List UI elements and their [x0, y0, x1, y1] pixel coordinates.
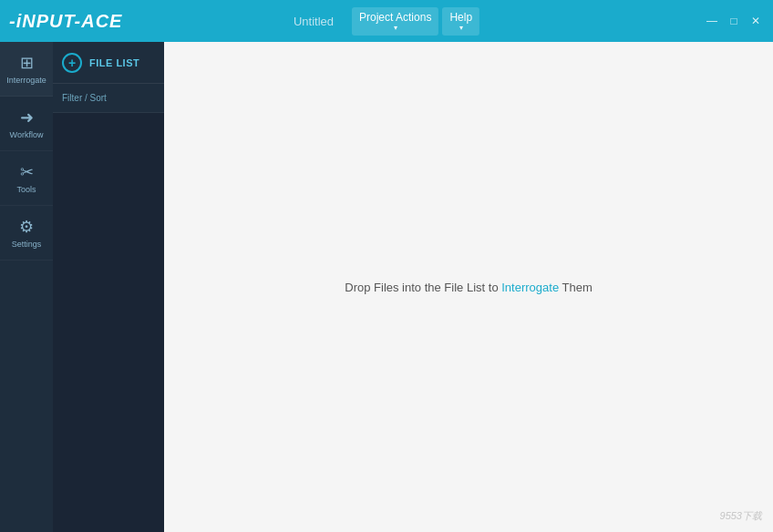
file-list-title: FILE LIST — [89, 57, 139, 68]
sidebar-item-workflow[interactable]: ➜ Workflow — [0, 97, 53, 151]
sidebar-item-tools[interactable]: ✂ Tools — [0, 151, 53, 206]
settings-icon: ⚙ — [19, 217, 34, 237]
filter-sort-bar[interactable]: Filter / Sort — [53, 84, 164, 113]
close-button[interactable]: ✕ — [747, 13, 764, 29]
file-list-panel: + FILE LIST Filter / Sort — [53, 42, 164, 532]
help-button[interactable]: Help ▾ — [442, 7, 479, 36]
title-actions: Project Actions ▾ Help ▾ — [352, 7, 479, 36]
drop-message: Drop Files into the File List to Interro… — [345, 281, 592, 294]
watermark: 9553下载 — [720, 509, 762, 523]
file-list-header: + FILE LIST — [53, 42, 164, 84]
window-controls: — □ ✕ — [704, 13, 764, 29]
app-logo: -iNPUT-ACE — [9, 11, 122, 32]
untitled-label: Untitled — [294, 15, 334, 28]
tools-icon: ✂ — [20, 162, 34, 182]
restore-button[interactable]: □ — [726, 13, 742, 29]
settings-label: Settings — [12, 240, 42, 249]
file-list-content — [53, 113, 164, 532]
add-file-button[interactable]: + — [62, 53, 82, 73]
workflow-icon: ➜ — [20, 107, 34, 128]
sidebar-item-settings[interactable]: ⚙ Settings — [0, 206, 53, 261]
title-center: Untitled Project Actions ▾ Help ▾ — [294, 7, 479, 36]
interrogate-highlight: Interrogate — [501, 281, 559, 294]
minimize-button[interactable]: — — [704, 13, 720, 29]
main-layout: ⊞ Interrogate ➜ Workflow ✂ Tools ⚙ Setti… — [0, 42, 773, 532]
interrogate-icon: ⊞ — [20, 53, 34, 73]
main-content: Drop Files into the File List to Interro… — [164, 42, 773, 532]
help-arrow: ▾ — [449, 24, 472, 32]
project-actions-button[interactable]: Project Actions ▾ — [352, 7, 438, 36]
filter-sort-label: Filter / Sort — [62, 93, 107, 103]
interrogate-label: Interrogate — [6, 76, 46, 85]
workflow-label: Workflow — [10, 130, 44, 139]
icon-sidebar: ⊞ Interrogate ➜ Workflow ✂ Tools ⚙ Setti… — [0, 42, 53, 532]
tools-label: Tools — [16, 185, 36, 194]
title-bar: -iNPUT-ACE Untitled Project Actions ▾ He… — [0, 0, 773, 42]
sidebar-item-interrogate[interactable]: ⊞ Interrogate — [0, 42, 53, 97]
project-actions-arrow: ▾ — [359, 24, 431, 32]
